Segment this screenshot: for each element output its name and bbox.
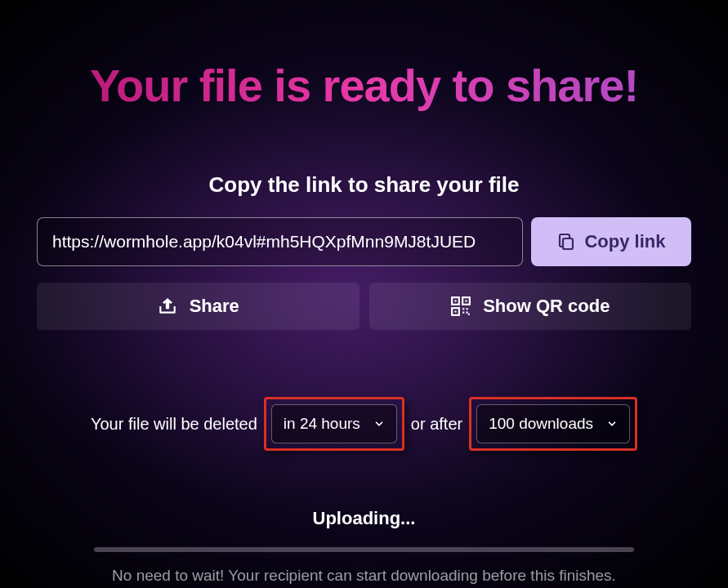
page-title: Your file is ready to share! bbox=[37, 59, 691, 112]
svg-rect-2 bbox=[455, 300, 457, 301]
expiry-prefix: Your file will be deleted bbox=[91, 415, 257, 434]
download-limit-label: 100 downloads bbox=[489, 415, 593, 433]
qr-icon bbox=[450, 296, 471, 317]
svg-rect-11 bbox=[468, 314, 470, 315]
svg-rect-7 bbox=[462, 308, 464, 310]
svg-rect-10 bbox=[467, 312, 468, 314]
upload-progress-bar bbox=[94, 547, 634, 552]
share-link-input[interactable] bbox=[37, 217, 523, 266]
chevron-down-icon bbox=[373, 418, 385, 430]
share-label: Share bbox=[190, 296, 239, 317]
chevron-down-icon bbox=[606, 418, 618, 430]
svg-rect-6 bbox=[455, 310, 457, 312]
downloads-highlight: 100 downloads bbox=[469, 397, 637, 451]
upload-section: Uploading... No need to wait! Your recip… bbox=[37, 508, 691, 585]
qr-code-button[interactable]: Show QR code bbox=[369, 283, 692, 330]
expiry-time-label: in 24 hours bbox=[284, 415, 360, 433]
copy-link-button[interactable]: Copy link bbox=[531, 217, 691, 266]
upload-hint: No need to wait! Your recipient can star… bbox=[37, 567, 691, 585]
action-row: Share Show QR code bbox=[37, 283, 691, 330]
svg-rect-8 bbox=[467, 308, 468, 310]
expiry-time-dropdown[interactable]: in 24 hours bbox=[271, 404, 397, 443]
svg-rect-4 bbox=[466, 300, 467, 301]
expiry-separator: or after bbox=[411, 415, 462, 434]
expiry-row: Your file will be deleted in 24 hours or… bbox=[37, 397, 691, 451]
copy-icon bbox=[556, 232, 576, 252]
svg-rect-0 bbox=[563, 238, 573, 249]
upload-status: Uploading... bbox=[37, 508, 691, 529]
qr-label: Show QR code bbox=[483, 296, 610, 317]
share-button[interactable]: Share bbox=[37, 283, 360, 330]
link-row: Copy link bbox=[37, 217, 691, 266]
copy-link-label: Copy link bbox=[584, 231, 665, 252]
download-limit-dropdown[interactable]: 100 downloads bbox=[476, 404, 630, 443]
svg-rect-9 bbox=[462, 312, 464, 314]
time-highlight: in 24 hours bbox=[264, 397, 404, 451]
share-icon bbox=[157, 296, 178, 317]
copy-subtitle: Copy the link to share your file bbox=[37, 172, 691, 198]
